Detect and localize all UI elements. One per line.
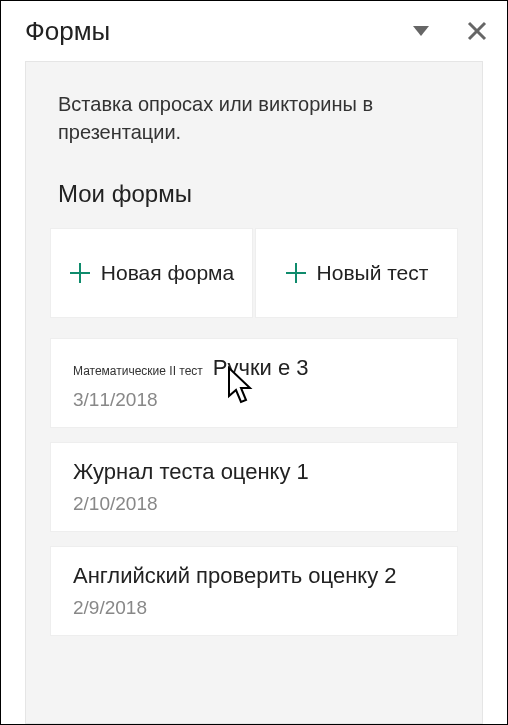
pane-header: Формы (1, 1, 507, 61)
form-item[interactable]: Английский проверить оценку 2 2/9/2018 (50, 546, 458, 636)
form-item-title-row: Математические II тест Ручки е 3 (73, 355, 435, 381)
section-title: Мои формы (50, 174, 458, 228)
form-item-date: 2/10/2018 (73, 493, 435, 515)
form-item[interactable]: Математические II тест Ручки е 3 3/11/20… (50, 338, 458, 428)
forms-pane: Формы Вставка опросах или викторины в пр… (0, 0, 508, 725)
new-quiz-label: Новый тест (317, 261, 429, 285)
pane-title: Формы (25, 16, 381, 47)
pane-body: Вставка опросах или викторины в презента… (25, 61, 483, 724)
dropdown-icon[interactable] (405, 15, 437, 47)
close-icon[interactable] (461, 15, 493, 47)
form-item-date: 3/11/2018 (73, 389, 435, 411)
new-quiz-button[interactable]: Новый тест (255, 228, 458, 318)
plus-icon (285, 262, 307, 284)
new-form-button[interactable]: Новая форма (50, 228, 253, 318)
form-item-title: Английский проверить оценку 2 (73, 563, 397, 589)
new-form-label: Новая форма (101, 261, 234, 285)
form-item-title-row: Журнал теста оценку 1 (73, 459, 435, 485)
new-buttons-row: Новая форма Новый тест (50, 228, 458, 318)
form-item[interactable]: Журнал теста оценку 1 2/10/2018 (50, 442, 458, 532)
form-item-title: Ручки е 3 (213, 355, 309, 381)
plus-icon (69, 262, 91, 284)
form-item-date: 2/9/2018 (73, 597, 435, 619)
intro-text: Вставка опросах или викторины в презента… (50, 62, 458, 174)
svg-marker-0 (413, 26, 429, 36)
form-item-prefix: Математические II тест (73, 364, 203, 378)
form-item-title-row: Английский проверить оценку 2 (73, 563, 435, 589)
form-item-title: Журнал теста оценку 1 (73, 459, 309, 485)
